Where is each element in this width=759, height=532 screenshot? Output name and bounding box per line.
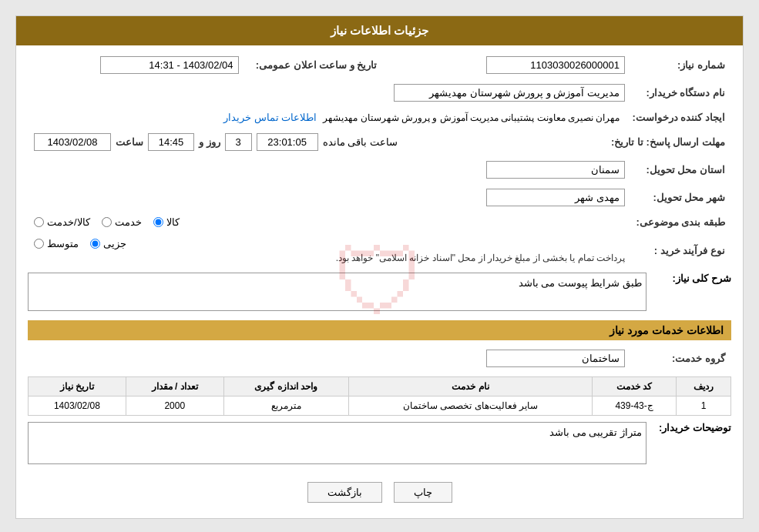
mohlat-label: مهلت ارسال پاسخ: تا تاریخ: — [605, 130, 731, 154]
mohlat-date: 1403/02/08 — [34, 133, 111, 151]
services-table: ردیف کد خدمت نام خدمت واحد اندازه گیری ت… — [28, 376, 731, 416]
jozi-label: جزیی — [103, 238, 126, 249]
sharh-label: شرح کلی نیاز: — [654, 273, 731, 284]
col-tedad: تعداد / مقدار — [126, 377, 223, 396]
sharh-textarea[interactable]: طبق شرایط پیوست می باشد — [28, 273, 646, 311]
ostan-label: استان محل تحویل: — [631, 158, 731, 182]
saat-label: ساعت — [116, 136, 143, 148]
grooh-khadamat-label: گروه خدمت: — [631, 346, 731, 370]
tozihat-textarea[interactable]: متراژ تقریبی می باشد — [28, 422, 646, 464]
mohlat-time: 23:01:05 — [257, 133, 318, 151]
radio-khedmat[interactable]: خدمت — [102, 216, 142, 228]
tarikh-saat-value: 1403/02/04 - 14:31 — [100, 56, 239, 74]
col-nam: نام خدمت — [348, 377, 592, 396]
radio-kala[interactable]: کالا — [153, 216, 180, 228]
nam-dastgah-value: مدیریت آموزش و پرورش شهرستان مهدیشهر — [394, 84, 625, 102]
tarikh-saat-label: تاریخ و ساعت اعلان عمومی: — [245, 53, 384, 77]
ostan-value: سمنان — [486, 161, 625, 179]
radio-kala-khedmat[interactable]: کالا/خدمت — [34, 216, 90, 228]
table-row: 1ج-43-439سایر فعالیت‌های تخصصی ساختمانمت… — [29, 396, 731, 416]
col-tarikh: تاریخ نیاز — [29, 377, 126, 396]
tamas-khardar-link[interactable]: اطلاعات تماس خریدار — [223, 112, 317, 123]
kala-label: کالا — [166, 216, 180, 228]
mohlat-saat: 14:45 — [148, 133, 194, 151]
col-kod: کد خدمت — [592, 377, 676, 396]
ijad-konande-value: مهران نصیری معاونت پشتیبانی مدیریت آموزش… — [323, 112, 620, 123]
nooe-farayand-label: نوع فرآیند خرید : — [631, 235, 731, 266]
nam-dastgah-label: نام دستگاه خریدار: — [631, 81, 731, 105]
shahr-value: مهدی شهر — [486, 189, 625, 206]
kala-khedmat-label: کالا/خدمت — [47, 216, 90, 228]
shomara-niaz-value: 1103030026000001 — [486, 56, 625, 74]
mohlat-baqi: ساعت باقی مانده — [323, 136, 398, 148]
print-button[interactable]: چاپ — [394, 482, 452, 503]
roz-label: روز و — [199, 136, 220, 148]
grooh-khadamat-value: ساختمان — [486, 350, 625, 367]
tozihat-label: توضیحات خریدار: — [654, 422, 731, 433]
page-title: جزئیات اطلاعات نیاز — [16, 16, 743, 45]
nooe-notice: پرداخت تمام یا بخشی از مبلغ خریدار از مح… — [34, 253, 625, 263]
col-vahed: واحد اندازه گیری — [223, 377, 348, 396]
radio-jozi[interactable]: جزیی — [90, 238, 126, 249]
tabaqabandi-label: طبقه بندی موضوعی: — [630, 213, 731, 231]
shomara-niaz-label: شماره نیاز: — [631, 53, 731, 77]
shahr-label: شهر محل تحویل: — [631, 186, 731, 209]
khedmat-label: خدمت — [115, 216, 142, 228]
ijad-konande-label: ایجاد کننده درخواست: — [626, 109, 731, 126]
motavaset-label: متوسط — [47, 238, 79, 249]
return-button[interactable]: بازگشت — [307, 482, 382, 503]
col-radif: ردیف — [677, 377, 731, 396]
radio-motavaset[interactable]: متوسط — [34, 238, 79, 249]
mohlat-roz: 3 — [225, 133, 252, 151]
khadamat-section-title: اطلاعات خدمات مورد نیاز — [28, 320, 731, 340]
